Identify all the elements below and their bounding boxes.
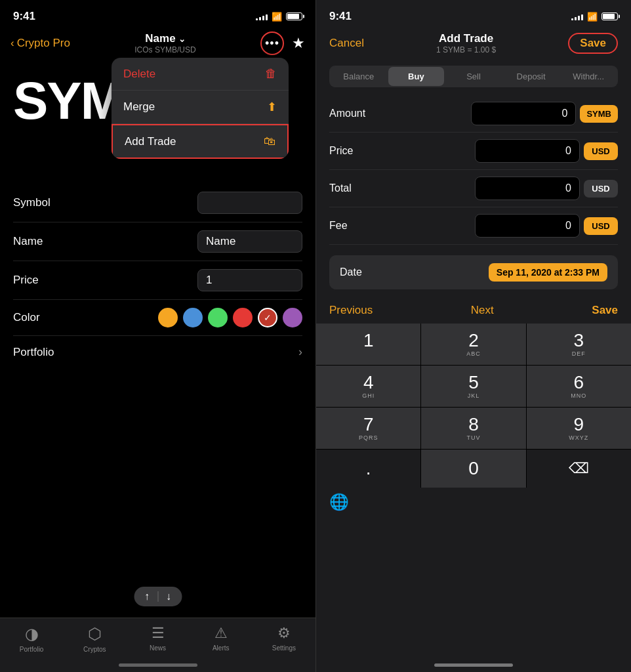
color-label: Color [13, 311, 40, 324]
nav-item-news[interactable]: ☰ News [126, 625, 189, 652]
settings-icon: ⚙ [277, 625, 291, 642]
color-swatch-blue[interactable] [183, 308, 203, 327]
key-delete[interactable]: ⌫ [527, 450, 631, 488]
chevron-left-icon: ‹ [10, 37, 14, 50]
cryptos-icon: ⬡ [88, 625, 102, 643]
battery-icon [286, 12, 302, 20]
symbol-label: Symbol [13, 196, 51, 209]
more-options-button[interactable]: ••• [260, 32, 284, 55]
form-section: Symbol Name Price Color ✓ Po [0, 171, 316, 368]
key-1[interactable]: 1 [316, 324, 420, 365]
delete-menu-item[interactable]: Delete 🗑 [112, 58, 289, 91]
save-button[interactable]: Save [568, 33, 618, 54]
trade-fields: Amount SYMB Price USD Total USD Fee [316, 95, 631, 245]
scroll-arrows: ↑ ↓ [134, 587, 182, 606]
name-label: Name [13, 235, 43, 248]
price-input[interactable] [197, 269, 302, 291]
delete-label: Delete [123, 68, 155, 81]
scroll-up-icon[interactable]: ↑ [144, 591, 150, 602]
nav-item-alerts[interactable]: ⚠ Alerts [190, 625, 253, 652]
key-dot[interactable]: . [316, 450, 420, 488]
key-8[interactable]: 8 TUV [421, 408, 525, 449]
home-indicator-right [434, 663, 513, 667]
favorite-button[interactable]: ★ [292, 35, 305, 52]
merge-menu-item[interactable]: Merge ⬆ [112, 91, 289, 124]
date-section: Date Sep 11, 2020 at 2:33 PM [329, 255, 618, 289]
bag-icon: 🛍 [264, 135, 275, 148]
color-swatch-green[interactable] [208, 308, 228, 327]
settings-nav-label: Settings [272, 644, 296, 652]
back-button[interactable]: ‹ Crypto Pro [10, 37, 70, 50]
nav-item-cryptos[interactable]: ⬡ Cryptos [63, 625, 126, 653]
trash-icon: 🗑 [265, 67, 277, 81]
segment-balance[interactable]: Balance [331, 67, 387, 86]
cancel-button[interactable]: Cancel [329, 37, 364, 50]
total-row: Total USD [329, 170, 618, 207]
total-input[interactable] [475, 177, 580, 200]
fee-input[interactable] [475, 214, 580, 238]
nav-right-buttons: ••• ★ [260, 32, 305, 55]
segment-sell[interactable]: Sell [445, 67, 502, 86]
total-input-group: USD [475, 177, 618, 200]
portfolio-chevron-icon: › [298, 345, 302, 359]
left-status-icons: 📶 [256, 12, 302, 22]
price-field-label: Price [329, 145, 375, 157]
right-nav-bar: Cancel Add Trade 1 SYMB = 1.00 $ Save [316, 29, 631, 58]
segment-deposit[interactable]: Deposit [503, 67, 560, 86]
symbol-input[interactable] [197, 192, 302, 214]
symbol-row: Symbol [13, 184, 302, 222]
home-indicator-left [119, 663, 197, 667]
key-5[interactable]: 5 JKL [421, 366, 525, 407]
alerts-icon: ⚠ [214, 625, 228, 642]
nav-center: Name ⌄ ICOs SYMB/USD [134, 32, 195, 54]
exchange-rate-subtitle: 1 SYMB = 1.00 $ [436, 45, 496, 54]
scroll-down-icon[interactable]: ↓ [166, 591, 171, 602]
total-label: Total [329, 182, 375, 194]
back-label: Crypto Pro [17, 37, 70, 50]
color-swatch-orange[interactable] [158, 308, 178, 327]
key-0[interactable]: 0 [421, 450, 525, 488]
nav-item-portfolio[interactable]: ◑ Portfolio [0, 625, 63, 653]
right-battery-icon [601, 12, 618, 20]
amount-input-group: SYMB [471, 102, 618, 125]
backspace-icon: ⌫ [569, 461, 589, 476]
portfolio-icon: ◑ [25, 625, 39, 643]
date-value[interactable]: Sep 11, 2020 at 2:33 PM [489, 263, 607, 282]
key-9[interactable]: 9 WXYZ [527, 408, 631, 449]
merge-icon: ⬆ [267, 100, 277, 114]
cryptos-nav-label: Cryptos [83, 646, 106, 653]
add-trade-title: Add Trade [439, 32, 493, 45]
chevron-down-icon: ⌄ [178, 34, 186, 44]
signal-icon [256, 12, 268, 20]
key-7[interactable]: 7 PQRS [316, 408, 420, 449]
amount-input[interactable] [471, 102, 576, 125]
price-row: Price [13, 261, 302, 300]
nav-item-settings[interactable]: ⚙ Settings [253, 625, 316, 652]
color-swatch-darkred[interactable]: ✓ [258, 308, 277, 327]
color-swatch-red[interactable] [233, 308, 253, 327]
next-button[interactable]: Next [471, 304, 494, 317]
key-2[interactable]: 2 ABC [421, 324, 525, 365]
left-nav-bar: ‹ Crypto Pro Name ⌄ ICOs SYMB/USD ••• ★ [0, 29, 316, 58]
key-4[interactable]: 4 GHI [316, 366, 420, 407]
price-label: Price [13, 274, 39, 287]
globe-icon[interactable]: 🌐 [329, 493, 349, 511]
total-badge: USD [584, 180, 618, 198]
add-trade-menu-item[interactable]: Add Trade 🛍 [112, 124, 289, 159]
price-input[interactable] [475, 139, 580, 163]
previous-button[interactable]: Previous [329, 304, 373, 317]
right-status-icons: 📶 [571, 12, 618, 22]
price-row: Price USD [329, 133, 618, 170]
wifi-icon: 📶 [272, 12, 282, 22]
keyboard-save-button[interactable]: Save [592, 304, 618, 317]
portfolio-row[interactable]: Portfolio › [13, 336, 302, 368]
color-row: Color ✓ [13, 300, 302, 336]
right-time: 9:41 [329, 10, 352, 23]
merge-label: Merge [123, 100, 155, 114]
key-6[interactable]: 6 MNO [527, 366, 631, 407]
key-3[interactable]: 3 DEF [527, 324, 631, 365]
segment-withdraw[interactable]: Withdr... [560, 67, 617, 86]
segment-buy[interactable]: Buy [388, 67, 445, 86]
name-input[interactable] [197, 230, 302, 253]
color-swatch-extra[interactable] [283, 308, 302, 327]
